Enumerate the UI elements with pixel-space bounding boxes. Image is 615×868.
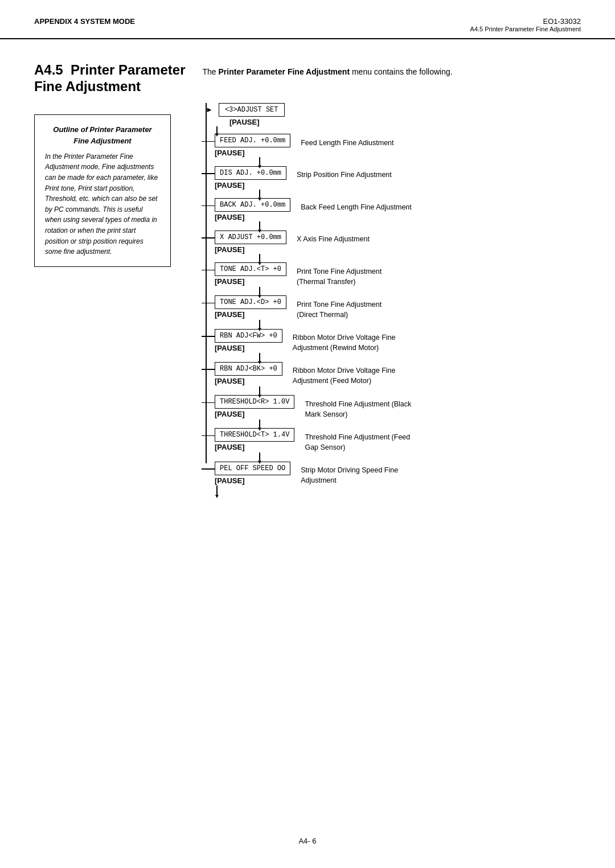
flow-pause: [PAUSE]: [215, 476, 244, 485]
entry-row: ► <3>ADJUST SET: [201, 103, 581, 117]
section-title-block: A4.5 Printer Parameter Fine Adjustment: [34, 62, 185, 97]
v-connector: ▼: [259, 287, 260, 295]
v-connector: ▼: [259, 190, 260, 198]
v-connector: ▼: [259, 386, 260, 394]
h-connector: [202, 336, 215, 337]
h-connector: [202, 369, 215, 370]
flow-pause: [PAUSE]: [215, 213, 244, 221]
step-label: Ribbon Motor Drive Voltage FineAdjustmen…: [282, 328, 396, 353]
final-arrow: ▼: [216, 486, 218, 495]
entry-box: <3>ADJUST SET: [219, 103, 285, 117]
v-connector: ▼: [259, 221, 260, 229]
page-header: APPENDIX 4 SYSTEM MODE EO1-33032 A4.5 Pr…: [0, 0, 615, 39]
flow-box: THRESHOLD<R> 1.0V: [215, 395, 294, 409]
step-label: Strip Position Fine Adjustment: [286, 165, 392, 180]
v-connector: ▼: [259, 353, 260, 361]
flow-box: THRESHOLD<T> 1.4V: [215, 428, 294, 442]
vertical-rail: [206, 103, 207, 464]
entry-pause: [PAUSE]: [229, 118, 581, 126]
section-reference: A4.5 Printer Parameter Fine Adjustment: [470, 26, 581, 32]
main-content: A4.5 Printer Parameter Fine Adjustment T…: [0, 39, 615, 529]
step-label: Threshold Fine Adjustment (BlackMark Sen…: [294, 394, 411, 419]
h-connector: [202, 173, 215, 174]
step-label: Ribbon Motor Drive Voltage FineAdjustmen…: [282, 361, 396, 386]
flow-box: FEED ADJ. +0.0mm: [215, 134, 290, 147]
flow-box: X ADJUST +0.0mm: [215, 231, 286, 244]
outline-box-title: Outline of Printer Parameter Fine Adjust…: [45, 124, 160, 147]
arrow-0: ▼: [216, 126, 218, 133]
page-container: APPENDIX 4 SYSTEM MODE EO1-33032 A4.5 Pr…: [0, 0, 615, 868]
header-left: APPENDIX 4 SYSTEM MODE: [34, 17, 135, 26]
step-label: Print Tone Fine Adjustment(Thermal Trans…: [286, 262, 382, 287]
flow-pause: [PAUSE]: [215, 410, 244, 418]
flow-pause: [PAUSE]: [215, 245, 244, 254]
flow-box: RBN ADJ<FW> +0: [215, 329, 282, 343]
flow-pause: [PAUSE]: [215, 181, 244, 190]
flow-box: PEL OFF SPEED OO: [215, 462, 290, 475]
flow-chart: ► <3>ADJUST SET [PAUSE] ▼ FEED ADJ. +0.0…: [191, 103, 581, 495]
section-title: A4.5 Printer Parameter Fine Adjustment: [34, 62, 185, 95]
document-number: EO1-33032: [470, 17, 581, 26]
h-connector: [202, 435, 215, 437]
step-label: Print Tone Fine Adjustment(Direct Therma…: [286, 295, 382, 320]
flow-pause: [PAUSE]: [215, 310, 244, 319]
flow-pause: [PAUSE]: [215, 277, 244, 286]
flow-pause: [PAUSE]: [215, 149, 244, 157]
section-intro: The Printer Parameter Fine Adjustment me…: [202, 62, 581, 78]
header-right: EO1-33032 A4.5 Printer Parameter Fine Ad…: [470, 17, 581, 32]
h-connector: [202, 237, 215, 238]
v-connector: ▼: [259, 320, 260, 328]
h-connector: [202, 402, 215, 404]
outline-box-body: In the Printer Parameter Fine Adjustment…: [45, 151, 160, 257]
flow-step-row: FEED ADJ. +0.0mm[PAUSE]Feed Length Fine …: [201, 133, 581, 158]
v-connector: ▼: [259, 157, 260, 165]
step-label: Threshold Fine Adjustment (FeedGap Senso…: [294, 427, 410, 452]
flow-pause: [PAUSE]: [215, 377, 244, 385]
flow-box: RBN ADJ<BK> +0: [215, 362, 282, 376]
page-footer: A4- 6: [0, 837, 615, 845]
outline-box: Outline of Printer Parameter Fine Adjust…: [34, 114, 171, 267]
step-label: Feed Length Fine Adiustment: [290, 133, 393, 148]
h-connector: [202, 303, 215, 304]
flow-pause: [PAUSE]: [215, 344, 244, 352]
step-label: Back Feed Length Fine Adjustment: [290, 198, 412, 212]
flow-pause: [PAUSE]: [215, 443, 244, 451]
v-connector: ▼: [259, 452, 260, 460]
step-label: X Axis Fine Adjustment: [286, 229, 370, 244]
h-connector: [202, 205, 215, 207]
v-connector: ▼: [259, 419, 260, 427]
flow-box: BACK ADJ. +0.0mm: [215, 198, 290, 212]
h-connector: [202, 468, 215, 470]
flow-steps: FEED ADJ. +0.0mm[PAUSE]Feed Length Fine …: [201, 133, 581, 486]
flow-box: DIS ADJ. +0.0mm: [215, 166, 286, 180]
h-connector: [202, 141, 215, 142]
step-label: Strip Motor Driving Speed FineAdjustment: [290, 460, 398, 486]
h-connector: [202, 270, 215, 271]
flow-box: TONE ADJ.<T> +0: [215, 262, 286, 276]
v-connector: ▼: [259, 254, 260, 262]
flow-box: TONE ADJ.<D> +0: [215, 295, 286, 309]
